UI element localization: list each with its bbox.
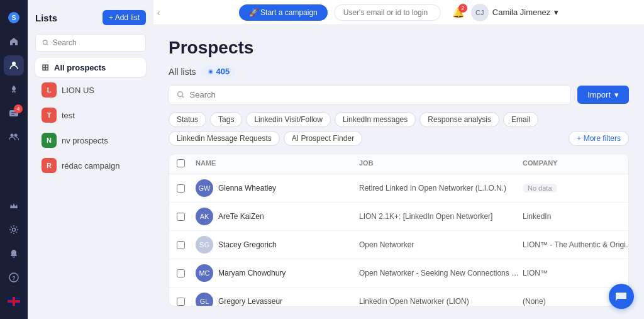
filter-tab-response-analysis[interactable]: Response analysis [419,112,499,127]
prospect-avatar: GL [196,293,213,306]
bell-nav-icon[interactable] [4,243,24,264]
row-checkbox[interactable] [177,269,185,277]
list-item-nv-prospects[interactable]: N nv prospects [35,128,146,152]
filter-tab-ai-prospect[interactable]: AI Prospect Finder [284,131,362,146]
toolbar-row: Import ▾ [169,85,629,104]
collapse-button[interactable]: ‹ [157,8,160,18]
list-item-test[interactable]: T test [35,103,146,127]
home-nav-icon[interactable] [4,31,24,52]
list-item-label: LION US [62,86,94,95]
row-check[interactable] [177,213,196,221]
prospect-name-cell: SG Stacey Gregorich [196,236,359,254]
table-row: AK AreTe KaiZen LION 2.1K+: [LinkedIn Op… [169,203,628,231]
list-avatar-lion: L [42,82,57,98]
filter-tab-email[interactable]: Email [503,112,538,127]
list-item-label: nv prospects [62,136,108,145]
prospect-name: Glenna Wheatley [218,184,276,193]
table-body: GW Glenna Wheatley Retired Linked In Ope… [169,174,628,306]
grid-icon: ⊞ [42,62,49,72]
filter-tab-linkedin-messages[interactable]: LinkedIn messages [335,112,416,127]
table-header: NAME JOB COMPANY STATUS ACTIONS TAGS [169,154,628,174]
more-filters-button[interactable]: + More filters [569,131,629,146]
svg-rect-11 [13,297,15,306]
svg-point-15 [178,92,183,97]
prospect-job: LION 2.1K+: [LinkedIn Open Networker] [359,212,523,221]
flag-nav-icon[interactable] [4,291,24,311]
sidebar-search-box[interactable] [35,34,146,52]
count-badge: 405 [201,65,236,77]
header-check [177,159,196,169]
select-all-checkbox[interactable] [177,159,185,167]
start-campaign-button[interactable]: 🚀 Start a campaign [239,4,328,21]
prospect-company: No data [523,184,629,193]
user-menu[interactable]: CJ Camila Jimenez ▾ [471,4,558,21]
svg-point-12 [43,40,47,45]
import-label: Import [587,90,611,99]
group-nav-icon[interactable] [4,127,24,147]
rocket-nav-icon[interactable] [4,79,24,99]
crown-nav-icon[interactable] [4,196,24,216]
main-search-input[interactable] [190,90,564,99]
row-checkbox[interactable] [177,241,185,249]
search-icon [42,39,49,47]
prospect-name-cell: GL Gregory Levasseur [196,293,359,306]
prospect-company: LION™ - The Authentic & Origin... [523,240,629,249]
prospect-name: AreTe KaiZen [218,212,264,221]
notif-area: 🔔 2 CJ Camila Jimenez ▾ [452,4,558,21]
row-checkbox[interactable] [177,184,185,193]
list-avatar-nv: N [42,133,57,148]
svg-point-6 [13,228,16,232]
list-item-all-prospects[interactable]: ⊞ All prospects [35,58,146,77]
prospect-avatar: AK [196,208,213,225]
filter-tab-linkedin-requests[interactable]: Linkedin Message Requests [169,131,280,146]
notification-badge: 2 [458,4,467,13]
list-item-lion-us[interactable]: L LION US [35,78,146,102]
list-item-label: All prospects [54,63,106,72]
table-row: GW Glenna Wheatley Retired Linked In Ope… [169,174,628,203]
topbar: ‹ 🚀 Start a campaign 🔔 2 CJ Camila Jimen… [153,0,644,25]
people-nav-icon[interactable] [4,55,24,76]
list-avatar-test: T [42,108,57,123]
count-value: 405 [216,67,230,76]
login-input[interactable] [334,4,441,21]
filter-tab-status[interactable]: Status [169,112,206,127]
row-check[interactable] [177,184,196,193]
table-row: SG Stacey Gregorich Open Networker LION™… [169,231,628,259]
header-name: NAME [196,159,359,169]
filter-tab-tags[interactable]: Tags [210,112,242,127]
main-search-icon [177,91,185,99]
main-search-box[interactable] [169,85,571,104]
prospect-name-cell: GW Glenna Wheatley [196,179,359,197]
prospect-avatar: MC [196,264,213,282]
prospect-job: Open Networker - Seeking New Connections… [359,269,523,277]
message-nav-icon[interactable]: 4 [4,103,24,123]
help-nav-icon[interactable]: ? [4,267,24,288]
logo-icon[interactable]: S [4,8,24,28]
settings-nav-icon[interactable] [4,220,24,240]
row-check[interactable] [177,269,196,277]
svg-point-4 [11,134,14,137]
list-item-label: test [62,111,75,120]
notification-bell[interactable]: 🔔 2 [452,6,465,18]
row-check[interactable] [177,298,196,306]
all-lists-label: All lists [169,67,196,77]
sidebar-search-input[interactable] [53,38,139,47]
message-badge: 4 [14,104,23,113]
prospect-name: Stacey Gregorich [218,240,277,249]
filter-tab-linkedin-visit[interactable]: Linkedin Visit/Follow [246,112,331,127]
row-checkbox[interactable] [177,213,185,221]
prospect-company: LION™ [523,269,629,277]
import-button[interactable]: Import ▾ [577,86,629,104]
prospect-name-cell: AK AreTe KaiZen [196,208,359,225]
prospect-avatar: GW [196,179,213,197]
row-check[interactable] [177,241,196,249]
chat-bubble[interactable] [609,284,634,309]
list-item-redac[interactable]: R rédac campaign [35,154,146,177]
svg-text:?: ? [12,275,16,281]
row-checkbox[interactable] [177,298,185,306]
user-chevron-icon: ▾ [554,8,558,17]
all-lists-row: All lists 405 [169,65,629,77]
people-small-icon [208,69,214,75]
add-list-button[interactable]: + Add list [103,10,146,25]
no-data-badge: No data [523,184,557,193]
